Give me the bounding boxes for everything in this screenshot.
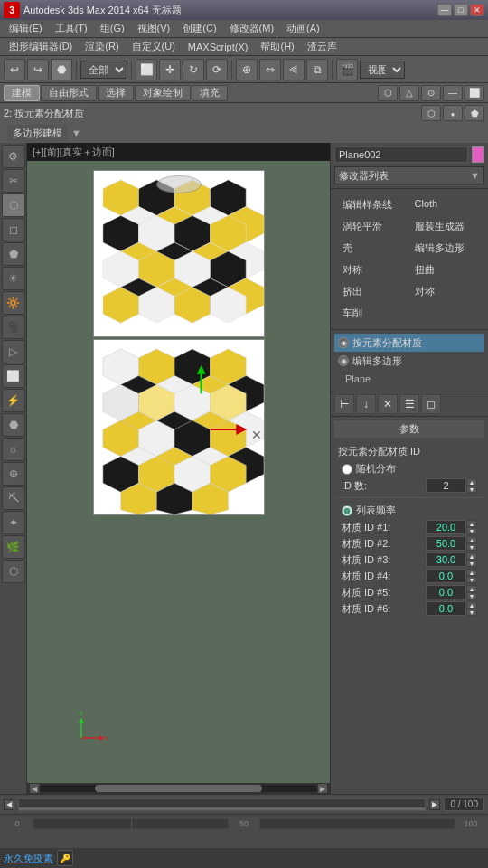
undo-button[interactable]: ↩ [4,59,25,80]
viewport[interactable]: [+][前][真实＋边面] [27,143,330,794]
stack-item-plane[interactable]: Plane [334,370,484,388]
stack-delete-btn[interactable]: ✕ [378,394,398,414]
id-count-down[interactable]: ▼ [466,486,477,493]
object-mode-btn4[interactable]: — [443,85,463,101]
scale-btn[interactable]: ⟳ [206,59,228,80]
object-mode-btn5[interactable]: ⬜ [465,85,484,101]
mat-id-5-down[interactable]: ▼ [466,592,477,599]
menu-group[interactable]: 组(G) [95,21,130,36]
mat-id-value-4[interactable]: 0.0 [426,569,466,583]
left-icon-4[interactable]: ◻ [2,218,25,241]
stack-menu-btn[interactable]: ☰ [399,394,419,414]
radio-freq[interactable]: 列表频率 [334,502,484,519]
rotate-btn[interactable]: ↻ [183,59,204,80]
tab-modeling[interactable]: 建模 [4,85,40,101]
id-count-spinbox[interactable]: ▲ ▼ [426,478,477,493]
timeline-track[interactable] [18,798,426,811]
object-color-swatch[interactable] [472,146,484,163]
left-icon-6[interactable]: ☀ [2,267,25,290]
close-button[interactable]: ✕ [470,4,484,16]
maximize-button[interactable]: □ [454,4,468,16]
menu-graph-editor[interactable]: 图形编辑器(D) [4,39,78,54]
selection-filter[interactable]: 全部 [80,61,127,79]
mat-id-6-down[interactable]: ▼ [466,609,477,616]
object-mode-btn2[interactable]: △ [399,85,419,101]
stack-down-btn[interactable]: ↓ [356,394,376,414]
stack-item-assign-mat[interactable]: ◉ 按元素分配材质 [334,334,484,352]
key-icon[interactable]: 🔑 [57,850,73,866]
menu-create[interactable]: 创建(C) [177,21,221,36]
mod-cloth[interactable]: Cloth [410,194,482,215]
stack-pin-btn[interactable]: ⊢ [334,394,354,414]
mod-edit-spline[interactable]: 编辑样条线 [338,194,409,215]
menu-cloud[interactable]: 渣云库 [302,39,343,54]
left-icon-7[interactable]: 🔆 [2,291,25,315]
extra-btn3[interactable]: ⬟ [465,105,484,121]
tab-freeform[interactable]: 自由形式 [41,85,97,101]
left-icon-2[interactable]: ✂ [2,169,25,193]
h-scrollbar[interactable]: ◀ ▶ [27,783,330,794]
radio-random[interactable]: 随机分布 [334,460,484,477]
mod-symmetry[interactable]: 对称 [338,259,409,280]
mod-lathe[interactable]: 车削 [338,303,409,324]
mat-id-3-down[interactable]: ▼ [466,560,477,567]
mat-id-spinbox-1[interactable]: 20.0 ▲ ▼ [426,520,477,534]
scrollbar-track[interactable] [40,785,317,792]
mat-id-2-down[interactable]: ▼ [466,543,477,551]
mat-id-spinbox-4[interactable]: 0.0 ▲ ▼ [426,569,477,583]
mat-id-2-up[interactable]: ▲ [466,536,477,543]
radio-freq-input[interactable] [342,505,352,516]
menu-animation[interactable]: 动画(A) [281,21,325,36]
mat-id-6-up[interactable]: ▲ [466,601,477,609]
scrollbar-thumb[interactable] [95,785,261,792]
left-icon-11[interactable]: ⚡ [2,389,25,412]
radio-random-input[interactable] [342,464,352,475]
object-mode-btn3[interactable]: ⊙ [421,85,441,101]
stack-item-edit-poly[interactable]: ◉ 编辑多边形 [334,352,484,370]
mod-symmetry2[interactable]: 对称 [410,281,482,302]
mat-id-4-down[interactable]: ▼ [466,576,477,583]
mat-id-1-up[interactable]: ▲ [466,520,477,527]
object-mode-btn1[interactable]: ⬡ [378,85,398,101]
mat-id-3-up[interactable]: ▲ [466,552,477,560]
left-icon-5[interactable]: ⬟ [2,242,25,266]
redo-button[interactable]: ↪ [27,59,49,80]
left-icon-13[interactable]: ☼ [2,438,25,461]
permanent-link[interactable]: 永久免疫素 [4,852,53,865]
object-name-input[interactable] [334,146,468,163]
id-count-up[interactable]: ▲ [466,478,477,486]
mat-id-spinbox-2[interactable]: 50.0 ▲ ▼ [426,536,477,551]
mat-id-1-down[interactable]: ▼ [466,527,477,534]
menu-edit[interactable]: 编辑(E) [4,21,48,36]
mod-turbosmooth[interactable]: 涡轮平滑 [338,216,409,237]
viewport-select[interactable]: 视图 [360,61,405,79]
menu-help[interactable]: 帮助(H) [255,39,299,54]
mat-id-value-2[interactable]: 50.0 [426,536,466,551]
mat-id-value-6[interactable]: 0.0 [426,601,466,616]
timeline-left-arrow[interactable]: ◀ [4,799,14,810]
mod-extrude[interactable]: 挤出 [338,281,409,302]
id-count-input[interactable] [426,478,466,493]
menu-customize[interactable]: 自定义(U) [127,39,181,54]
tab-paint[interactable]: 对象绘制 [135,85,191,101]
mat-id-spinbox-5[interactable]: 0.0 ▲ ▼ [426,585,477,599]
mirror-btn[interactable]: ⇔ [259,59,281,80]
polygon-mode-label[interactable]: 多边形建模 [7,125,68,142]
mat-id-spinbox-6[interactable]: 0.0 ▲ ▼ [426,601,477,616]
align-btn[interactable]: ⫷ [283,59,305,80]
mat-id-value-1[interactable]: 20.0 [426,520,466,534]
scroll-left-btn[interactable]: ◀ [29,783,40,794]
left-icon-10[interactable]: ⬜ [2,364,25,388]
left-icon-15[interactable]: ⛏ [2,486,25,510]
mat-id-4-up[interactable]: ▲ [466,569,477,576]
left-icon-1[interactable]: ⚙ [2,145,25,168]
left-icon-17[interactable]: 🌿 [2,535,25,559]
menu-view[interactable]: 视图(V) [132,21,176,36]
menu-render[interactable]: 渲染(R) [80,39,124,54]
left-icon-8[interactable]: 🎥 [2,316,25,339]
render-setup-btn[interactable]: 🎬 [336,59,358,80]
mod-garment[interactable]: 服装生成器 [410,216,482,237]
mod-twist[interactable]: 扭曲 [410,259,482,280]
left-icon-12[interactable]: ⬣ [2,413,25,437]
menu-maxscript[interactable]: MAXScript(X) [183,41,254,53]
